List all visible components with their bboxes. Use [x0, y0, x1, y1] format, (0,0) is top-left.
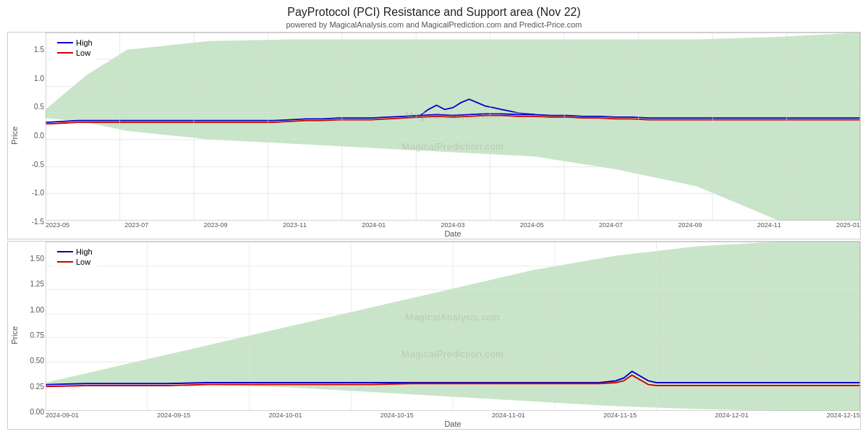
legend-low-label-top: Low — [76, 48, 90, 57]
x-axis-label-top: Date — [46, 229, 860, 239]
x-ticks-bottom: 2024-09-01 2024-09-15 2024-10-01 2024-10… — [46, 411, 860, 419]
main-title: PayProtocol (PCI) Resistance and Support… — [7, 6, 861, 19]
y-axis-label-bottom: Price — [8, 242, 21, 429]
y-ticks-top: 1.5 1.0 0.5 0.0 -0.5 -1.0 -1.5 — [21, 33, 46, 239]
chart-svg-top — [46, 33, 860, 221]
legend-high-bottom: High — [57, 247, 93, 256]
legend-line-red-bottom — [57, 261, 73, 263]
x-axis-label-bottom: Date — [46, 419, 860, 429]
chart-panel-bottom: Price 1.50 1.25 1.00 0.75 0.50 0.25 0.00… — [7, 241, 861, 430]
x-ticks-top: 2023-05 2023-07 2023-09 2023-11 2024-01 … — [46, 221, 860, 229]
legend-line-blue-top — [57, 42, 73, 43]
legend-line-red-top — [57, 52, 73, 54]
legend-high-label-top: High — [76, 38, 93, 47]
chart-inner-bottom: High Low MagicalAnalysis.com MagicalPred… — [46, 242, 860, 429]
chart-legend-bottom: High Low — [53, 246, 97, 269]
legend-high-top: High — [57, 38, 93, 47]
legend-line-blue-bottom — [57, 251, 73, 252]
chart-inner-top: High Low MagicalAnalysis.com MagicalPred… — [46, 33, 860, 239]
legend-high-label-bottom: High — [76, 247, 93, 256]
chart-svg-bottom — [46, 242, 860, 411]
page-wrapper: PayProtocol (PCI) Resistance and Support… — [0, 0, 868, 434]
y-ticks-bottom: 1.50 1.25 1.00 0.75 0.50 0.25 0.00 — [21, 242, 46, 429]
legend-low-bottom: Low — [57, 258, 93, 266]
legend-low-top: Low — [57, 48, 93, 57]
legend-low-label-bottom: Low — [76, 258, 90, 266]
chart-panel-top: Price 1.5 1.0 0.5 0.0 -0.5 -1.0 -1.5 Hig… — [7, 32, 861, 239]
chart-legend-top: High Low — [53, 37, 97, 60]
subtitle: powered by MagicalAnalysis.com and Magic… — [7, 20, 861, 29]
y-axis-label-top: Price — [8, 33, 21, 239]
charts-container: Price 1.5 1.0 0.5 0.0 -0.5 -1.0 -1.5 Hig… — [7, 32, 861, 430]
